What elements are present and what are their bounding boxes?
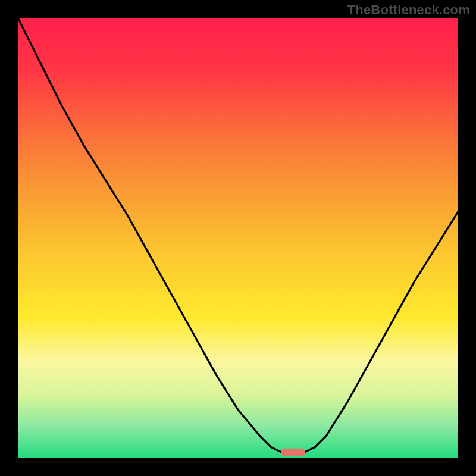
optimal-marker — [281, 449, 305, 456]
watermark-text: TheBottleneck.com — [347, 2, 470, 18]
plot-area — [18, 18, 458, 458]
bottleneck-chart — [18, 18, 458, 458]
chart-frame: TheBottleneck.com — [0, 0, 476, 476]
heatmap-background — [18, 18, 458, 458]
